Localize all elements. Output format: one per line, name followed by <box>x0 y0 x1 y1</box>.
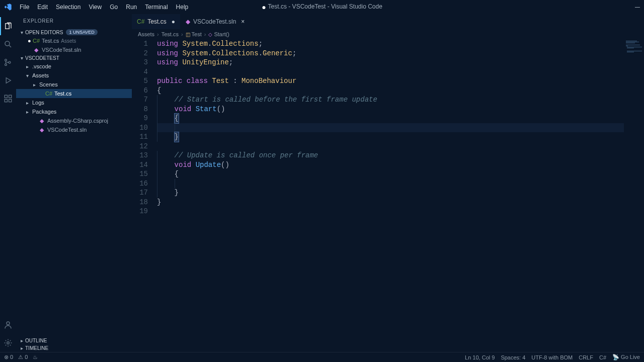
breadcrumb-item[interactable]: ◫Test <box>186 31 202 37</box>
breadcrumb-item[interactable]: ◇Start() <box>208 31 229 37</box>
debug-icon[interactable] <box>0 71 16 89</box>
menu-selection[interactable]: Selection <box>52 2 84 12</box>
workspace-label: VSCODETEST <box>25 55 59 61</box>
code-content[interactable]: using System.Collections;using System.Co… <box>157 39 644 352</box>
open-editor-item[interactable]: ●C#Test.csAssets <box>16 36 132 45</box>
account-icon[interactable] <box>0 316 16 334</box>
svg-rect-7 <box>9 100 12 102</box>
sln-file-icon: ◆ <box>33 47 40 53</box>
tree-folder[interactable]: ▸Logs <box>16 98 132 107</box>
code-line[interactable] <box>157 207 644 216</box>
tree-folder[interactable]: ▾Assets <box>16 71 132 80</box>
editor-tab[interactable]: ◆VSCodeTest.sln× <box>181 14 250 29</box>
code-line[interactable] <box>157 123 644 133</box>
outline-section[interactable]: ▸ OUTLINE <box>16 337 132 344</box>
tree-file[interactable]: C#Test.cs <box>16 89 132 98</box>
golive-button[interactable]: 📡 Go Live <box>612 354 640 360</box>
sln-file-icon: ◆ <box>38 118 45 124</box>
file-label: Test.cs <box>42 38 59 44</box>
code-line[interactable]: void Update() <box>157 160 644 170</box>
vscode-logo-icon <box>4 3 12 11</box>
settings-gear-icon[interactable] <box>0 334 16 352</box>
tree-item-label: Assets <box>32 72 49 78</box>
menu-help[interactable]: Help <box>173 2 192 12</box>
code-line[interactable]: { <box>157 86 644 96</box>
code-line[interactable] <box>157 142 644 151</box>
activity-bar <box>0 14 16 352</box>
code-line[interactable]: } <box>157 198 644 207</box>
file-label: VSCodeTest.sln <box>42 47 81 53</box>
code-line[interactable]: { <box>157 169 644 179</box>
indent-status[interactable]: Spaces: 4 <box>501 354 525 360</box>
code-line[interactable]: } <box>157 132 644 142</box>
code-line[interactable]: // Start is called before the first fram… <box>157 95 644 105</box>
editor-tabs: C#Test.cs●◆VSCodeTest.sln× <box>132 14 644 29</box>
menu-edit[interactable]: Edit <box>34 2 51 12</box>
open-editor-item[interactable]: ◆VSCodeTest.sln <box>16 45 132 54</box>
breadcrumb-item[interactable]: Assets <box>138 31 154 37</box>
code-line[interactable] <box>157 179 644 189</box>
code-line[interactable]: void Start() <box>157 105 644 114</box>
file-path-dim: Assets <box>61 38 76 44</box>
breadcrumbs[interactable]: Assets›Test.cs›◫Test›◇Start() <box>132 29 644 39</box>
code-line[interactable]: { <box>157 114 644 123</box>
tree-file[interactable]: ◆VSCodeTest.sln <box>16 125 132 134</box>
editor-tab[interactable]: C#Test.cs● <box>132 14 181 29</box>
titlebar: FileEditSelectionViewGoRunTerminalHelp ●… <box>0 0 644 14</box>
warning-count[interactable]: ⚠ 0 <box>18 354 28 360</box>
language-status[interactable]: C# <box>599 354 606 360</box>
editor-area: C#Test.cs●◆VSCodeTest.sln× Assets›Test.c… <box>132 14 644 352</box>
menu-terminal[interactable]: Terminal <box>141 2 171 12</box>
encoding-status[interactable]: UTF-8 with BOM <box>531 354 573 360</box>
breadcrumb-item[interactable]: Test.cs <box>162 31 179 37</box>
menu-file[interactable]: File <box>16 2 33 12</box>
tree-file[interactable]: ◆Assembly-CSharp.csproj <box>16 116 132 125</box>
chevron-right-icon: ▸ <box>18 338 25 343</box>
code-line[interactable]: using UnityEngine; <box>157 58 644 67</box>
svg-point-2 <box>5 64 7 66</box>
tree-item-label: Logs <box>32 100 44 106</box>
svg-point-3 <box>9 61 11 63</box>
timeline-section[interactable]: ▸ TIMELINE <box>16 344 132 352</box>
explorer-icon[interactable] <box>0 17 16 35</box>
cursor-position[interactable]: Ln 10, Col 9 <box>465 354 495 360</box>
timeline-label: TIMELINE <box>25 345 48 351</box>
csharp-file-icon: C# <box>33 38 40 44</box>
modified-dot-icon[interactable]: ● <box>172 18 175 25</box>
modified-dot-icon: ● <box>262 3 266 11</box>
chevron-right-icon: ▸ <box>26 109 32 115</box>
code-line[interactable]: using System.Collections; <box>157 39 644 49</box>
svg-rect-5 <box>9 95 12 98</box>
search-icon[interactable] <box>0 35 16 53</box>
open-editors-section[interactable]: ▾ OPEN EDITORS 1 UNSAVED <box>16 28 132 36</box>
code-line[interactable]: using System.Collections.Generic; <box>157 49 644 58</box>
workspace-section[interactable]: ▾ VSCODETEST <box>16 54 132 62</box>
extensions-icon[interactable] <box>0 89 16 108</box>
eol-status[interactable]: CRLF <box>579 354 593 360</box>
tree-item-label: VSCodeTest.sln <box>47 127 87 133</box>
tree-folder[interactable]: ▸Packages <box>16 107 132 116</box>
source-control-icon[interactable] <box>0 53 16 71</box>
sln-file-icon: ◆ <box>186 18 190 25</box>
tab-label: Test.cs <box>147 18 166 25</box>
code-line[interactable]: } <box>157 188 644 198</box>
code-line[interactable] <box>157 67 644 77</box>
tab-label: VSCodeTest.sln <box>193 18 236 25</box>
tree-folder[interactable]: ▸Scenes <box>16 80 132 89</box>
open-editors-label: OPEN EDITORS <box>25 30 63 35</box>
code-line[interactable]: // Update is called once per frame <box>157 151 644 160</box>
tree-folder[interactable]: ▸.vscode <box>16 62 132 71</box>
chevron-right-icon: ▸ <box>18 345 25 351</box>
code-editor[interactable]: 12345678910111213141516171819 using Syst… <box>132 39 644 352</box>
close-icon[interactable]: × <box>241 18 245 25</box>
chevron-down-icon: ▾ <box>18 55 25 61</box>
code-line[interactable]: public class Test : MonoBehaviour <box>157 76 644 86</box>
menu-view[interactable]: View <box>85 2 105 12</box>
minimize-button[interactable]: ─ <box>635 3 640 11</box>
minimap[interactable] <box>624 39 644 352</box>
menu-run[interactable]: Run <box>122 2 140 12</box>
flame-icon[interactable]: ♨ <box>33 354 38 360</box>
error-count[interactable]: ⊗ 0 <box>4 354 13 360</box>
menu-go[interactable]: Go <box>106 2 121 12</box>
csharp-file-icon: C# <box>137 18 144 25</box>
